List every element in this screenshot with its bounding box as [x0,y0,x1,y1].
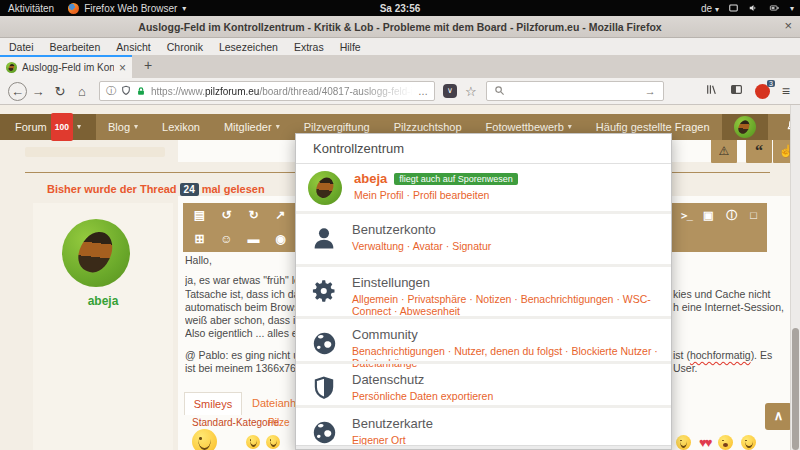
globe-icon [308,416,340,448]
fullscreen-icon[interactable]: □ [750,209,757,221]
post-text-line: weiß aber schon, dass ich in [185,314,296,326]
search-go-icon[interactable]: → [645,85,656,97]
battery-icon [768,3,781,13]
image-icon[interactable]: ◉ [272,232,289,246]
post-text-line: h eine Internet-Session, [673,301,787,313]
menu-ansicht[interactable]: Ansicht [116,41,150,53]
tab-bar: Auslogg-Feld im Kontroll × + [0,55,800,78]
tab-category-pilze[interactable]: Pilze [268,417,290,428]
user-links[interactable]: Mein Profil · Profil bearbeiten [354,189,518,201]
hamburger-menu-icon[interactable]: ≡ [782,83,790,99]
section-links[interactable]: Persönliche Daten exportieren [352,390,493,402]
control-center-footer [296,445,671,449]
read-count-badge: 24 [180,183,199,196]
library-icon[interactable] [705,82,718,100]
maximize-icon[interactable]: ↗ [272,208,289,222]
reload-button[interactable]: ↻ [49,79,71,104]
scrollbar-thumb[interactable] [792,328,799,450]
quote-button[interactable]: “ [746,139,772,163]
menu-chronik[interactable]: Chronik [167,41,203,53]
misspelled-word: hochformatig [690,349,751,361]
scroll-to-top-button[interactable]: ∧ [765,403,792,430]
section-links[interactable]: Verwaltung · Avatar · Signatur [352,240,491,252]
home-button[interactable]: ⌂ [71,79,93,104]
back-button[interactable]: ← [8,82,27,101]
sidebar-icon[interactable] [730,82,743,100]
page-actions-icon[interactable]: … [418,86,428,97]
author-avatar[interactable] [62,219,130,287]
smiley-icon[interactable] [266,435,280,449]
shield-icon [308,372,340,404]
smiley-surprised-icon[interactable] [718,435,733,450]
activities-button[interactable]: Aktivitäten [8,3,54,14]
user-avatar[interactable] [308,171,342,205]
nav-item-lexikon[interactable]: Lexikon [150,114,212,140]
tab-active[interactable]: Auslogg-Feld im Kontroll × [0,55,132,78]
screen: Aktivitäten Firefox Web Browser ▾ Sa 23:… [0,0,800,450]
post-text-line: User. [673,362,787,374]
menu-bar: Datei Bearbeiten Ansicht Chronik Lesezei… [0,38,800,55]
report-button[interactable]: ⚠ [711,139,737,163]
menu-extras[interactable]: Extras [294,41,324,53]
search-field[interactable]: → [486,81,664,101]
user-name-link[interactable]: abeja [354,171,387,186]
user-icon [308,222,340,254]
smiley-blush-icon[interactable] [676,435,691,450]
redo-icon[interactable]: ↻ [245,208,262,222]
menu-hilfe[interactable]: Hilfe [340,41,361,53]
nav-item-blog[interactable]: Blog▾ [96,114,150,140]
chevron-down-icon: ▾ [134,114,138,140]
page-info-icon[interactable]: ⓘ [106,84,116,98]
smiley-icon[interactable] [246,435,260,449]
menu-bearbeiten[interactable]: Bearbeiten [50,41,101,53]
volume-icon [748,3,759,13]
section-einstellungen: Einstellungen Allgemein · Privatsphäre ·… [296,264,671,316]
smiley-big-icon[interactable] [192,429,217,450]
system-status-area[interactable]: de ▾ ▾ [701,3,794,14]
nav-item-mitglieder[interactable]: Mitglieder▾ [212,114,292,140]
user-rank-badge: fliegt auch auf Sporenwesen [394,173,518,185]
pocket-icon[interactable]: ∨ [443,84,457,98]
author-name[interactable]: abeja [33,294,173,308]
section-links[interactable]: Allgemein · Privatsphäre · Notizen · Ben… [352,293,659,317]
table-icon[interactable]: ⊞ [191,232,208,246]
tab-category-standard[interactable]: Standard-Kategorie [192,417,279,428]
avatar [734,116,756,138]
tab-attachments[interactable]: Dateianhänge [252,397,295,409]
section-benutzerkonto: Benutzerkonto Verwaltung · Avatar · Sign… [296,211,671,264]
tab-favicon [6,62,17,73]
quote-icon: “ [755,142,763,159]
menu-lesezeichen[interactable]: Lesezeichen [219,41,278,53]
adblock-badge: 3 [767,80,775,87]
source-page-icon[interactable]: ▤ [191,208,208,222]
undo-icon[interactable]: ↺ [218,208,235,222]
smiley-laugh-icon[interactable] [741,435,756,450]
adblock-icon[interactable]: 3 [755,84,770,99]
window-title: Auslogg-Feld im Kontrollzentrum - Kritik… [138,21,661,33]
tab-close-icon[interactable]: × [119,61,126,75]
window-close-button[interactable]: × [784,18,792,33]
hearts-icon[interactable]: ♥♥ [699,435,710,450]
tracking-shield-icon[interactable] [121,85,131,98]
smiley-insert-icon[interactable]: ☺ [218,232,235,246]
app-menu-caret-icon: ▾ [182,4,186,13]
post-text-line: Also eigentlich ... alles egal - [185,327,296,339]
code-icon[interactable]: ＞_ [679,208,690,223]
bookmark-star-icon[interactable]: ☆ [465,84,477,99]
new-tab-button[interactable]: + [138,57,158,77]
user-menu-avatar[interactable] [722,114,768,140]
url-bar[interactable]: ⓘ https://www.pilzforum.eu/board/thread/… [99,81,435,101]
editor-info-icon[interactable]: ⓘ [726,208,737,223]
tab-title: Auslogg-Feld im Kontroll [22,62,114,73]
app-menu[interactable]: Firefox Web Browser ▾ [68,3,186,14]
menu-datei[interactable]: Datei [9,41,34,53]
forward-button[interactable]: → [27,79,49,104]
smiley-row: ♥♥ [676,435,756,450]
horizontal-rule-icon[interactable]: ▬ [245,232,262,246]
tab-smileys[interactable]: Smileys [184,392,242,415]
edit-source-icon[interactable]: ▣ [703,209,713,222]
nav-item-forum[interactable]: Forum 100 ▾ [0,114,96,140]
search-magnifier-icon [494,85,505,98]
clock[interactable]: Sa 23:56 [380,3,421,14]
keyboard-layout-indicator[interactable]: de ▾ [701,3,719,14]
